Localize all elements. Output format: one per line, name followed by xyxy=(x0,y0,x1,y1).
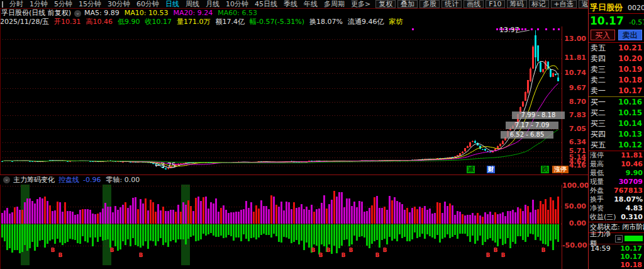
ask-row[interactable]: 卖四10.20 xyxy=(589,54,644,64)
left-frame-line xyxy=(0,9,1,269)
buy-signal-marker: B xyxy=(326,248,331,253)
buy-signal-marker: B xyxy=(138,253,143,258)
period-tab[interactable]: 5分钟 xyxy=(54,0,72,8)
main-chart-canvas[interactable] xyxy=(0,26,562,175)
ma-value: MA60: 6.53 xyxy=(218,9,257,17)
stock-code: 002083 xyxy=(628,4,644,12)
period-tab[interactable]: 15分钟 xyxy=(79,0,101,8)
buy-signal-marker: B xyxy=(382,248,387,253)
y-axis-label: 0.00 xyxy=(562,220,586,227)
event-marker[interactable]: 跌 xyxy=(541,166,549,173)
toolbar-button[interactable]: 标记 xyxy=(529,0,549,8)
stock-name[interactable]: 孚日股份 xyxy=(590,3,623,12)
tick-time: 14:59 xyxy=(591,244,611,253)
ask-row[interactable]: 卖三10.19 xyxy=(589,64,644,75)
event-marker[interactable]: 涨停 xyxy=(552,166,569,173)
bid-row[interactable]: 买三10.14 xyxy=(589,118,644,129)
y-axis-label: 11.81 xyxy=(562,54,586,62)
tick-row: 14:5910.17 xyxy=(589,244,644,253)
bid-row[interactable]: 买二10.15 xyxy=(589,108,644,118)
chart-title: 孚日股份(日线 前复权) xyxy=(1,9,71,18)
buy-signal-marker: B xyxy=(58,253,63,258)
y-axis-label: 9.67 xyxy=(562,84,586,92)
queue-price: 10.21 xyxy=(618,43,642,54)
sub-chart-title: 主力筹码变化 xyxy=(13,176,55,185)
stat-value: 11.81 xyxy=(621,151,643,160)
ohlc-value: 低9.90 xyxy=(118,18,140,26)
control-line-value: -0.96 xyxy=(83,176,101,185)
buy-signal-marker: B xyxy=(493,248,498,253)
zero-axis-label: 零轴: 0.00 xyxy=(106,176,140,185)
buy-signal-marker: B xyxy=(348,248,353,253)
quote-panel: 孚日股份 002083 10.17 -0.57 -5.31% 买入 卖出 卖五1… xyxy=(588,0,644,269)
window-icon[interactable] xyxy=(2,1,3,8)
stat-label: 外盘 xyxy=(590,186,604,195)
queue-label: 买五 xyxy=(591,140,606,151)
period-tab[interactable]: 月线 xyxy=(206,0,219,8)
toolbar-button[interactable]: 画线 xyxy=(464,0,484,8)
bid-row[interactable]: 买五10.12 xyxy=(589,140,644,151)
ask-row[interactable]: 卖一10.17 xyxy=(589,86,644,96)
stat-label: 换手 xyxy=(590,195,604,204)
sub-chart-canvas[interactable] xyxy=(0,184,562,269)
ohlc-value: 流通9.46亿 xyxy=(348,18,384,26)
stat-value: 30709 xyxy=(619,178,643,186)
buy-signal-marker: B xyxy=(375,253,380,258)
toolbar-button[interactable]: +自选 xyxy=(551,0,577,8)
collapse-icon[interactable]: ⌄ xyxy=(3,176,10,183)
period-tab[interactable]: 45日线 xyxy=(255,0,277,8)
buy-button[interactable]: 买入 xyxy=(591,30,615,40)
stat-value: 18.07% xyxy=(614,195,643,204)
period-tab[interactable]: 10分钟 xyxy=(226,0,248,8)
ohlc-value: 高10.46 xyxy=(86,18,113,26)
main-net-bar xyxy=(625,236,643,241)
price-change: -0.57 xyxy=(629,18,644,26)
event-marker[interactable]: 减 xyxy=(467,166,475,173)
ask-row[interactable]: 卖五10.21 xyxy=(589,43,644,54)
queue-price: 10.12 xyxy=(618,140,642,151)
bid-row[interactable]: 买四10.13 xyxy=(589,129,644,140)
period-tab[interactable]: 分时 xyxy=(9,0,23,8)
gap-annotation: 6.52 - 6.85 xyxy=(501,131,553,139)
y-axis-label: 10.74 xyxy=(562,69,586,77)
toolbar-button[interactable]: 统计 xyxy=(441,0,462,8)
toolbar-button[interactable]: 复权 xyxy=(375,0,396,8)
period-tab[interactable]: 日线 xyxy=(165,0,179,8)
event-marker[interactable]: 财 xyxy=(487,166,495,173)
toolbar-button[interactable]: 叠加 xyxy=(397,0,418,8)
queue-label: 卖一 xyxy=(591,86,606,96)
stat-row: 收益(三)0.310 xyxy=(589,213,644,222)
period-tab[interactable]: 30分钟 xyxy=(108,0,130,8)
period-tab[interactable]: 更多> xyxy=(351,0,370,8)
list-icon[interactable]: ≡ xyxy=(615,235,623,243)
sell-button[interactable]: 卖出 xyxy=(618,30,643,40)
last-price: 10.17 xyxy=(590,14,624,27)
quote-panel-header: 孚日股份 002083 xyxy=(589,0,644,14)
toolbar-button[interactable]: F10 xyxy=(486,0,504,8)
period-tab[interactable]: 周线 xyxy=(186,0,199,8)
period-tab[interactable]: 季线 xyxy=(284,0,297,8)
collapse-icon[interactable]: ⌄ xyxy=(74,10,81,17)
toolbar-button[interactable]: 多股 xyxy=(419,0,440,8)
y-axis-label: 7.83 xyxy=(562,112,586,119)
main-net-row: 主力净额 ≡ xyxy=(589,233,644,244)
indicator-info-bar: 孚日股份(日线 前复权) ⌄ MA5: 9.89MA10: 10.53MA20:… xyxy=(0,9,588,18)
period-tab[interactable]: 多周期 xyxy=(324,0,345,8)
period-tab[interactable]: 年线 xyxy=(304,0,318,8)
candles-layer xyxy=(1,30,559,169)
y-axis-label: 100.00 xyxy=(562,182,586,190)
control-line-label: 控盘线 xyxy=(58,176,79,185)
tick-row: 10.17 xyxy=(589,253,644,261)
toolbar-button[interactable]: 筹码 xyxy=(507,0,527,8)
ask-row[interactable]: 卖二10.18 xyxy=(589,75,644,86)
buy-signal-marker: B xyxy=(486,253,491,258)
trough-price-annotation: ←3.75 xyxy=(155,162,176,169)
period-tab[interactable]: 60分钟 xyxy=(136,0,159,8)
bid-row[interactable]: 买一10.16 xyxy=(589,97,644,108)
queue-label: 卖三 xyxy=(591,64,606,75)
stat-row: 换手18.07% xyxy=(589,195,644,204)
price-row: 10.17 -0.57 -5.31% xyxy=(589,14,644,28)
stat-label: 涨停 xyxy=(590,151,604,160)
stat-value: 0.310 xyxy=(621,213,643,222)
period-tab[interactable]: 1分钟 xyxy=(30,0,48,8)
